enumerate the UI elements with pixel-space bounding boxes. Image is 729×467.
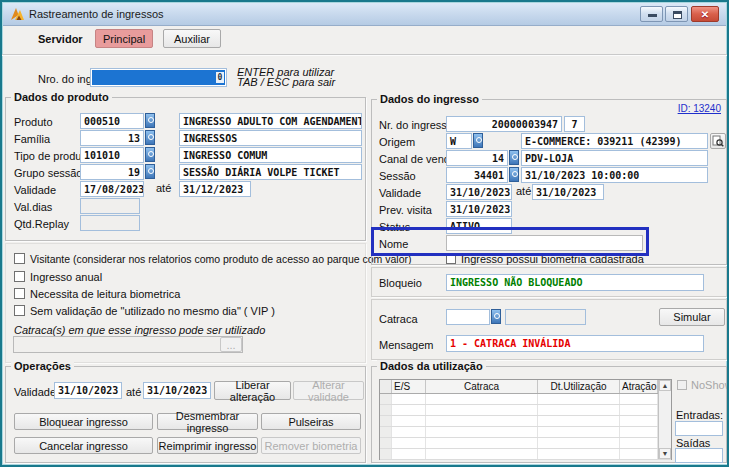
- grupo-sessao-label: Grupo sessão: [14, 167, 82, 179]
- document-search-icon: [712, 135, 724, 147]
- selection-highlight: 0: [92, 70, 225, 85]
- table-row: [380, 449, 671, 460]
- maximize-button[interactable]: [665, 6, 688, 22]
- sessao-lookup-icon[interactable]: [509, 167, 519, 182]
- remover-biometria-button[interactable]: Remover biometria: [261, 437, 361, 454]
- simular-button[interactable]: Simular: [659, 308, 725, 326]
- product-validade-de-field[interactable]: 17/08/2023: [80, 181, 144, 197]
- tipo-produto-lookup-icon[interactable]: [145, 147, 155, 162]
- nr-ingresso-suffix-field[interactable]: 7: [564, 116, 585, 132]
- catracas-browse-button[interactable]: ...: [220, 337, 242, 352]
- simulacao-panel: Catraca Simular Mensagem 1 - CATRACA INV…: [371, 299, 727, 360]
- op-ate-label: até: [126, 386, 141, 398]
- minimize-icon: [648, 14, 657, 17]
- close-button[interactable]: ✕: [691, 6, 719, 22]
- origem-detail-button[interactable]: [710, 133, 726, 149]
- cancelar-ingresso-button[interactable]: Cancelar ingresso: [14, 437, 153, 454]
- reimprimir-ingresso-button[interactable]: Reimprimir ingresso: [157, 437, 258, 454]
- ticket-ate-label: até: [516, 185, 531, 197]
- product-validade-ate-field[interactable]: 31/12/2023: [179, 181, 251, 197]
- catraca-lookup-icon[interactable]: [491, 309, 501, 324]
- ticket-id-link[interactable]: ID: 13240: [678, 103, 721, 114]
- leitura-biometrica-checkbox[interactable]: [14, 288, 25, 299]
- canal-venda-code-field[interactable]: 14: [446, 150, 508, 166]
- origem-code-field[interactable]: W: [446, 133, 472, 149]
- prev-visita-label: Prev. visita: [379, 204, 432, 216]
- canal-venda-lookup-icon[interactable]: [509, 150, 519, 165]
- nr-ingresso-field[interactable]: 20000003947: [446, 116, 562, 132]
- hint-tab-esc: TAB / ESC para sair: [237, 76, 335, 88]
- scroll-down-icon[interactable]: ▼: [659, 448, 671, 459]
- window-title: Rastreamento de ingressos: [29, 8, 164, 20]
- vip-checkbox-label: Sem validação de "utilizado no mesmo dia…: [30, 305, 275, 317]
- minimize-button[interactable]: [640, 6, 663, 22]
- ticket-number-input[interactable]: 0: [90, 68, 227, 87]
- bloqueio-field: INGRESSO NÃO BLOQUEADO: [446, 274, 704, 291]
- visitante-checkbox[interactable]: [14, 253, 25, 264]
- server-auxiliar-button[interactable]: Auxiliar: [163, 29, 221, 48]
- liberar-alteracao-button[interactable]: Liberar alteração: [214, 381, 291, 400]
- bloquear-ingresso-button[interactable]: Bloquear ingresso: [14, 413, 153, 430]
- catraca-code-field[interactable]: [446, 309, 490, 325]
- server-principal-button[interactable]: Principal: [95, 29, 153, 48]
- catraca-desc-field: [505, 309, 586, 325]
- table-row: [380, 427, 671, 438]
- grupo-sessao-lookup-icon[interactable]: [145, 164, 155, 179]
- alterar-validade-button[interactable]: Alterar validade: [293, 381, 364, 400]
- utilizacao-groupbox: Dados da utilização E/S Catraca Dt.Utili…: [371, 366, 727, 463]
- separator: [2, 54, 727, 56]
- saidas-field: [675, 448, 723, 463]
- catraca-label: Catraca: [379, 313, 418, 325]
- pulseiras-button[interactable]: Pulseiras: [261, 413, 361, 430]
- sessao-desc-field: 31/10/2023 10:00:00: [521, 167, 708, 183]
- ticket-validade-label: Validade: [379, 187, 421, 199]
- ingresso-anual-checkbox[interactable]: [14, 271, 25, 282]
- operacoes-group-title: Operações: [11, 360, 74, 372]
- table-row: [380, 405, 671, 416]
- familia-lookup-icon[interactable]: [145, 130, 155, 145]
- product-group-title: Dados do produto: [11, 91, 112, 103]
- table-header-row: E/S Catraca Dt.Utilização Atração: [380, 380, 671, 394]
- mensagem-label: Mensagem: [379, 339, 433, 351]
- table-scrollbar[interactable]: ▲ ▼: [658, 380, 671, 459]
- familia-desc-field: INGRESSOS: [179, 130, 362, 146]
- col-atracao: Atração: [620, 380, 658, 393]
- product-validade-label: Validade: [14, 184, 56, 196]
- utilizacao-table[interactable]: E/S Catraca Dt.Utilização Atração ▲ ▼: [379, 379, 672, 460]
- produto-code-field[interactable]: 000510: [80, 113, 144, 129]
- origem-label: Origem: [379, 136, 415, 148]
- scroll-up-icon[interactable]: ▲: [659, 380, 671, 391]
- bloqueio-panel: Bloqueio INGRESSO NÃO BLOQUEADO: [371, 267, 727, 297]
- ticket-validade-ate-field[interactable]: 31/10/2023: [532, 184, 604, 200]
- operacoes-groupbox: Operações Validade 31/10/2023 até 31/10/…: [5, 366, 366, 463]
- ticket-validade-de-field[interactable]: 31/10/2023: [446, 184, 512, 200]
- desmembrar-ingresso-button[interactable]: Desmembrar ingresso: [157, 413, 258, 430]
- table-row: [380, 416, 671, 427]
- prev-visita-field[interactable]: 31/10/2023: [446, 201, 512, 217]
- app-window: Rastreamento de ingressos ✕ Servidor Pri…: [0, 0, 729, 467]
- qtd-replay-label: Qtd.Replay: [14, 218, 69, 230]
- grupo-sessao-code-field[interactable]: 19: [80, 164, 144, 180]
- origem-lookup-icon[interactable]: [473, 133, 483, 148]
- catracas-permitidas-field[interactable]: [13, 336, 243, 353]
- familia-code-field[interactable]: 13: [80, 130, 144, 146]
- val-dias-field[interactable]: [80, 198, 140, 214]
- app-icon: [10, 7, 25, 22]
- maximize-icon: [673, 11, 682, 19]
- sessao-code-field[interactable]: 34401: [446, 167, 508, 183]
- catracas-permitidas-label: Catraca(s) em que esse ingresso pode ser…: [14, 324, 265, 336]
- qtd-replay-field[interactable]: [80, 215, 140, 231]
- canal-venda-label: Canal de venda: [379, 153, 456, 165]
- noshow-checkbox[interactable]: [677, 380, 687, 390]
- produto-lookup-icon[interactable]: [145, 113, 155, 128]
- op-validade-de-field[interactable]: 31/10/2023: [54, 382, 122, 399]
- op-validade-ate-field[interactable]: 31/10/2023: [143, 382, 211, 399]
- vip-checkbox[interactable]: [14, 305, 25, 316]
- tipo-produto-code-field[interactable]: 101010: [80, 147, 144, 163]
- title-bar: Rastreamento de ingressos ✕: [3, 3, 726, 26]
- produto-desc-field: INGRESSO ADULTO COM AGENDAMENTO: [179, 113, 362, 129]
- bloqueio-label: Bloqueio: [379, 277, 422, 289]
- op-validade-label: Validade: [14, 386, 56, 398]
- annotation-highlight-box: [371, 227, 649, 256]
- product-groupbox: Dados do produto Produto 000510 INGRESSO…: [5, 97, 366, 241]
